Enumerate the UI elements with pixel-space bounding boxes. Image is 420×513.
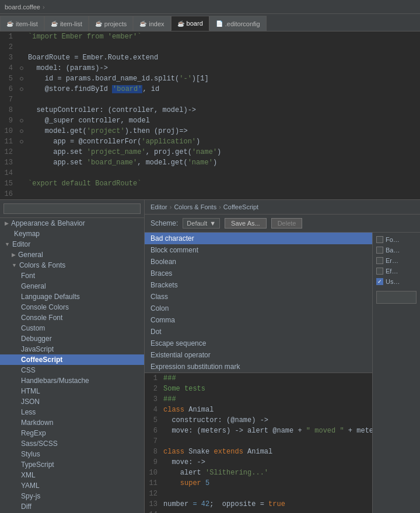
sidebar-item-regexp[interactable]: RegExp bbox=[0, 428, 144, 438]
code-line-10: 10 model.get('project').then (proj)=> bbox=[0, 126, 420, 136]
color-item-expression-substitution[interactable]: Expression substitution mark bbox=[145, 361, 372, 373]
preview-line-4: 4 class Animal bbox=[145, 405, 372, 415]
prop-background: Ba… bbox=[376, 247, 416, 254]
code-line-6: 6 @store.findById 'board', id bbox=[0, 84, 420, 94]
sidebar-item-markdown[interactable]: Markdown bbox=[0, 417, 144, 428]
sidebar-item-label: General bbox=[18, 251, 43, 259]
color-item-bad-character[interactable]: Bad character bbox=[145, 233, 372, 244]
preview-line-3: 3 ### bbox=[145, 394, 372, 405]
preview-line-8: 8 class Snake extends Animal bbox=[145, 447, 372, 457]
background-checkbox[interactable] bbox=[376, 247, 383, 254]
background-label: Ba… bbox=[386, 247, 400, 254]
sidebar-item-general2[interactable]: General bbox=[0, 281, 144, 291]
delete-button[interactable]: Delete bbox=[271, 218, 303, 229]
properties-panel: Fo… Ba… Er… Ef… ✓ bbox=[372, 233, 420, 513]
sidebar-item-custom[interactable]: Custom bbox=[0, 323, 144, 333]
code-line-11: 11 app = @controllerFor('application') bbox=[0, 136, 420, 147]
scheme-select[interactable]: Default ▼ bbox=[183, 218, 220, 229]
sidebar-item-appearance[interactable]: ▶ Appearance & Behavior bbox=[0, 218, 144, 229]
sidebar-item-label: Stylus bbox=[21, 450, 40, 458]
code-line-14: 14 bbox=[0, 168, 420, 178]
sidebar-item-label: XML bbox=[21, 471, 36, 479]
preview-line-11: 11 super 5 bbox=[145, 478, 372, 489]
sidebar-item-label: Sass/SCSS bbox=[21, 440, 58, 448]
tab-label-1: item-list bbox=[16, 20, 38, 27]
sidebar-search-input[interactable] bbox=[4, 203, 141, 214]
sidebar-item-label: Colors & Fonts bbox=[19, 261, 65, 269]
sidebar-item-language-defaults[interactable]: Language Defaults bbox=[0, 291, 144, 302]
sidebar-item-console-font[interactable]: Console Font bbox=[0, 312, 144, 323]
use-label: Us… bbox=[386, 278, 400, 285]
settings-panel: ▶ Appearance & Behavior Keymap ▼ Editor … bbox=[0, 200, 420, 513]
sidebar-item-xml[interactable]: XML bbox=[0, 470, 144, 480]
sidebar-item-spy-js[interactable]: Spy-js bbox=[0, 491, 144, 501]
color-item-class[interactable]: Class bbox=[145, 291, 372, 303]
sidebar-item-colors-fonts[interactable]: ▼ Colors & Fonts bbox=[0, 260, 144, 270]
preview-line-7: 7 bbox=[145, 436, 372, 447]
tab-projects[interactable]: ☕ projects bbox=[89, 16, 134, 31]
sidebar-item-debugger[interactable]: Debugger bbox=[0, 333, 144, 344]
color-item-brackets[interactable]: Brackets bbox=[145, 279, 372, 291]
tab-icon-1: ☕ bbox=[6, 20, 13, 27]
sidebar-item-label: General bbox=[21, 282, 46, 290]
tab-bar: ☕ item-list ☕ item-list ☕ projects ☕ ind… bbox=[0, 14, 420, 31]
sidebar-item-coffeescript[interactable]: CoffeeScript bbox=[0, 354, 144, 365]
arrow-icon: ▼ bbox=[12, 262, 17, 268]
sidebar-item-diff[interactable]: Diff bbox=[0, 501, 144, 512]
sidebar-item-sass[interactable]: Sass/SCSS bbox=[0, 438, 144, 449]
sidebar-item-json[interactable]: JSON bbox=[0, 396, 144, 407]
sidebar-item-general[interactable]: ▶ General bbox=[0, 250, 144, 260]
color-item-existential-operator[interactable]: Existential operator bbox=[145, 349, 372, 361]
color-item-dot[interactable]: Dot bbox=[145, 326, 372, 338]
sidebar-item-font[interactable]: Font bbox=[0, 270, 144, 281]
tab-label-4: index bbox=[149, 20, 164, 27]
tab-item-list-2[interactable]: ☕ item-list bbox=[44, 16, 89, 31]
sidebar-item-label: JSON bbox=[21, 398, 40, 406]
breadcrumb-part1: Editor bbox=[150, 203, 167, 210]
tab-index[interactable]: ☕ index bbox=[133, 16, 170, 31]
sidebar-item-label: Debugger bbox=[21, 335, 52, 343]
color-item-boolean[interactable]: Boolean bbox=[145, 256, 372, 268]
scheme-value: Default bbox=[187, 220, 207, 227]
sidebar-item-yaml[interactable]: YAML bbox=[0, 480, 144, 491]
sidebar-item-editor[interactable]: ▼ Editor bbox=[0, 239, 144, 250]
tab-board[interactable]: ☕ board bbox=[171, 16, 209, 31]
preview-line-14: 14 bbox=[145, 510, 372, 513]
tab-label-5: board bbox=[187, 20, 203, 27]
foreground-checkbox[interactable] bbox=[376, 236, 383, 243]
sidebar-item-handlebars[interactable]: Handlebars/Mustache bbox=[0, 375, 144, 386]
tab-editorconfig[interactable]: 📄 .editorconfig bbox=[209, 16, 267, 31]
effects-checkbox[interactable] bbox=[376, 268, 383, 275]
color-item-block-comment[interactable]: Block comment bbox=[145, 244, 372, 256]
panel-breadcrumb: Editor › Colors & Fonts › CoffeeScript bbox=[145, 200, 420, 215]
sidebar-item-label: TypeScript bbox=[21, 461, 54, 469]
save-as-button[interactable]: Save As... bbox=[225, 218, 267, 229]
arrow-icon: ▼ bbox=[5, 241, 10, 247]
color-item-comma[interactable]: Comma bbox=[145, 314, 372, 326]
color-item-braces[interactable]: Braces bbox=[145, 268, 372, 279]
code-line-15: 15 `export default BoardRoute` bbox=[0, 178, 420, 189]
sidebar-item-console-colors[interactable]: Console Colors bbox=[0, 302, 144, 312]
sidebar-item-less[interactable]: Less bbox=[0, 407, 144, 417]
title-bar: board.coffee › bbox=[0, 0, 420, 14]
color-input-field[interactable] bbox=[376, 291, 416, 304]
color-item-colon[interactable]: Colon bbox=[145, 303, 372, 314]
use-checkbox[interactable]: ✓ bbox=[376, 278, 383, 285]
arrow-icon: ▶ bbox=[12, 252, 16, 258]
code-line-4: 4 model: (params)-> bbox=[0, 63, 420, 73]
tab-item-list-1[interactable]: ☕ item-list bbox=[0, 16, 44, 31]
tab-icon-5: ☕ bbox=[177, 20, 184, 27]
filename: board.coffee bbox=[5, 3, 40, 10]
error-checkbox[interactable] bbox=[376, 257, 383, 264]
prop-error: Er… bbox=[376, 257, 416, 264]
sidebar-item-html[interactable]: HTML bbox=[0, 386, 144, 396]
sidebar-item-typescript[interactable]: TypeScript bbox=[0, 459, 144, 470]
sidebar-item-css[interactable]: CSS bbox=[0, 365, 144, 375]
tab-icon-6: 📄 bbox=[216, 20, 223, 27]
sidebar-item-javascript[interactable]: JavaScript bbox=[0, 344, 144, 354]
sidebar-item-label: Language Defaults bbox=[21, 293, 80, 301]
sidebar-item-label: Editor bbox=[12, 240, 30, 248]
sidebar-item-keymap[interactable]: Keymap bbox=[0, 229, 144, 239]
color-item-escape-sequence[interactable]: Escape sequence bbox=[145, 338, 372, 349]
sidebar-item-stylus[interactable]: Stylus bbox=[0, 449, 144, 459]
